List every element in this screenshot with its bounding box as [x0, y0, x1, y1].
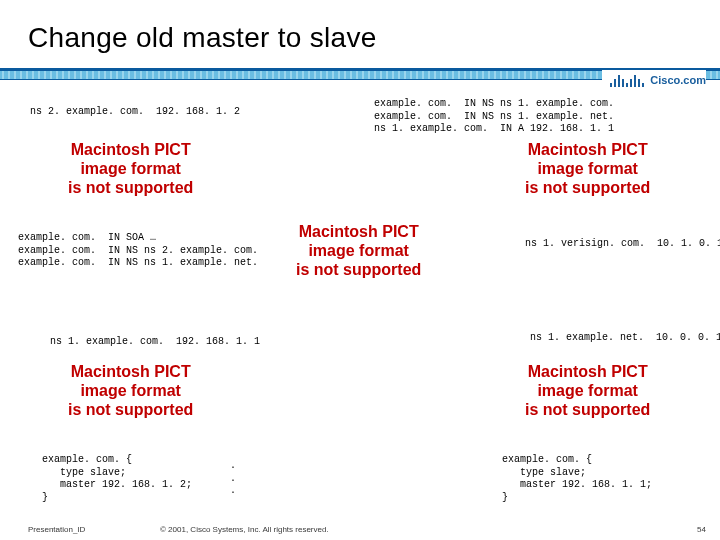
config-right: example. com. { type slave; master 192. … [502, 454, 652, 504]
pict-placeholder-2: Macintosh PICT image format is not suppo… [525, 140, 650, 198]
ns1-net-label: ns 1. example. net. 10. 0. 0. 1 [530, 332, 720, 345]
slide-title: Change old master to slave [28, 22, 377, 54]
pict-placeholder-4: Macintosh PICT image format is not suppo… [68, 362, 193, 420]
soa-records: example. com. IN SOA … example. com. IN … [18, 232, 258, 270]
zone-records-top-right: example. com. IN NS ns 1. example. com. … [374, 98, 614, 136]
cisco-logo: Cisco.com [602, 70, 706, 90]
footer: Presentation_ID © 2001, Cisco Systems, I… [0, 520, 720, 540]
page-number: 54 [697, 525, 706, 534]
presentation-id: Presentation_ID [28, 525, 85, 534]
ns1-label: ns 1. example. com. 192. 168. 1. 1 [50, 336, 260, 349]
logo-text: Cisco.com [650, 74, 706, 86]
config-left: example. com. { type slave; master 192. … [42, 454, 192, 504]
pict-placeholder-3: Macintosh PICT image format is not suppo… [296, 222, 421, 280]
pict-placeholder-1: Macintosh PICT image format is not suppo… [68, 140, 193, 198]
ns2-label: ns 2. example. com. 192. 168. 1. 2 [30, 106, 240, 119]
copyright: © 2001, Cisco Systems, Inc. All rights r… [160, 525, 329, 534]
verisign-label: ns 1. verisign. com. 10. 1. 0. 1 [525, 238, 720, 251]
cisco-bridge-icon [610, 73, 644, 87]
config-dots: . . . [230, 460, 236, 498]
pict-placeholder-5: Macintosh PICT image format is not suppo… [525, 362, 650, 420]
